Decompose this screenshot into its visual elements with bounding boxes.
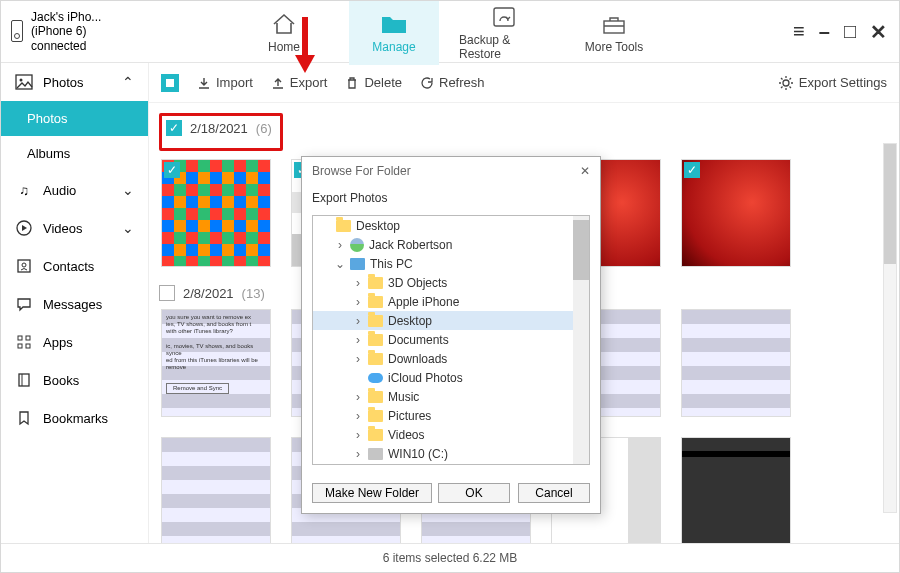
svg-rect-8: [26, 336, 30, 340]
sidebar-item-books[interactable]: Books: [1, 361, 148, 399]
export-settings-button[interactable]: Export Settings: [778, 75, 887, 91]
select-all-checkbox[interactable]: [161, 74, 179, 92]
sidebar-books-label: Books: [43, 373, 79, 388]
photo-thumbnail[interactable]: ✓: [161, 159, 271, 267]
books-icon: [15, 371, 33, 389]
svg-point-12: [783, 80, 789, 86]
import-button[interactable]: Import: [197, 75, 253, 90]
tree-node[interactable]: Desktop: [313, 216, 589, 235]
photo-thumbnail[interactable]: [161, 437, 271, 543]
minimize-button[interactable]: –: [819, 20, 830, 44]
sidebar-sub-photos-label: Photos: [27, 111, 67, 126]
photo-thumbnail[interactable]: [681, 309, 791, 417]
sidebar-item-contacts[interactable]: Contacts: [1, 247, 148, 285]
svg-point-3: [20, 79, 23, 82]
chevron-down-icon: ⌄: [122, 220, 134, 236]
folder-icon: [380, 12, 408, 36]
group-count: (13): [242, 286, 265, 301]
sidebar-item-messages[interactable]: Messages: [1, 285, 148, 323]
sidebar-sub-albums[interactable]: Albums: [1, 136, 148, 171]
photo-thumbnail[interactable]: [681, 437, 791, 543]
tree-node[interactable]: ›Apple iPhone: [313, 292, 589, 311]
sidebar-item-videos[interactable]: Videos ⌄: [1, 209, 148, 247]
backup-icon: [490, 5, 518, 29]
make-new-folder-button[interactable]: Make New Folder: [312, 483, 432, 503]
tree-node[interactable]: ⌄This PC: [313, 254, 589, 273]
tree-node[interactable]: ›Documents: [313, 330, 589, 349]
photo-thumbnail[interactable]: ✓: [681, 159, 791, 267]
tab-home[interactable]: Home: [239, 0, 329, 65]
tab-home-label: Home: [268, 40, 300, 54]
top-bar: Jack's iPho... (iPhone 6) connected Home…: [1, 1, 899, 63]
tree-node[interactable]: ›Videos: [313, 425, 589, 444]
svg-rect-11: [19, 374, 29, 386]
group-count: (6): [256, 121, 272, 136]
svg-rect-9: [18, 344, 22, 348]
tree-node[interactable]: ›Jack Robertson: [313, 235, 589, 254]
messages-icon: [15, 295, 33, 313]
chevron-up-icon: ⌃: [122, 74, 134, 90]
tree-node[interactable]: iCloud Photos: [313, 368, 589, 387]
thumb-checkbox[interactable]: ✓: [684, 162, 700, 178]
tab-tools[interactable]: More Tools: [569, 0, 659, 65]
group-checkbox[interactable]: [159, 285, 175, 301]
apps-icon: [15, 333, 33, 351]
status-text: 6 items selected 6.22 MB: [383, 551, 518, 565]
sidebar-item-audio[interactable]: ♫ Audio ⌄: [1, 171, 148, 209]
tree-node[interactable]: ›3D Objects: [313, 273, 589, 292]
vertical-scrollbar[interactable]: [883, 143, 897, 513]
tree-node[interactable]: ›Downloads: [313, 349, 589, 368]
tree-node[interactable]: ›Data (D:): [313, 463, 589, 465]
dialog-close-button[interactable]: ✕: [580, 164, 590, 178]
cancel-button[interactable]: Cancel: [518, 483, 590, 503]
tree-node[interactable]: ›WIN10 (C:): [313, 444, 589, 463]
delete-button[interactable]: Delete: [345, 75, 402, 90]
tree-scrollbar[interactable]: [573, 216, 589, 464]
sidebar-item-photos[interactable]: Photos ⌃: [1, 63, 148, 101]
bookmark-icon: [15, 409, 33, 427]
svg-rect-5: [18, 260, 30, 272]
sidebar-sub-photos[interactable]: Photos: [1, 101, 148, 136]
export-button[interactable]: Export: [271, 75, 328, 90]
delete-label: Delete: [364, 75, 402, 90]
main-tabs: Home Manage Backup & Restore More Tools: [149, 0, 793, 65]
menu-icon[interactable]: ≡: [793, 20, 805, 44]
refresh-label: Refresh: [439, 75, 485, 90]
sidebar-item-bookmarks[interactable]: Bookmarks: [1, 399, 148, 437]
home-icon: [270, 12, 298, 36]
play-icon: [15, 219, 33, 237]
window-controls: ≡ – □ ✕: [793, 20, 899, 44]
group-checkbox[interactable]: ✓: [166, 120, 182, 136]
refresh-button[interactable]: Refresh: [420, 75, 485, 90]
tab-backup[interactable]: Backup & Restore: [459, 0, 549, 65]
device-name: Jack's iPho... (iPhone 6): [31, 10, 139, 39]
ok-button[interactable]: OK: [438, 483, 510, 503]
tree-node[interactable]: ›Music: [313, 387, 589, 406]
tree-node[interactable]: ›Pictures: [313, 406, 589, 425]
tree-node[interactable]: ›Desktop: [313, 311, 589, 330]
sidebar-sub-albums-label: Albums: [27, 146, 70, 161]
export-settings-label: Export Settings: [799, 75, 887, 90]
sidebar-contacts-label: Contacts: [43, 259, 94, 274]
tab-backup-label: Backup & Restore: [459, 33, 549, 61]
toolbox-icon: [600, 12, 628, 36]
thumb-checkbox[interactable]: ✓: [164, 162, 180, 178]
sidebar-videos-label: Videos: [43, 221, 83, 236]
maximize-button[interactable]: □: [844, 20, 856, 44]
music-icon: ♫: [15, 181, 33, 199]
sidebar-audio-label: Audio: [43, 183, 76, 198]
dialog-subtitle: Export Photos: [302, 185, 600, 215]
photo-thumbnail[interactable]: you sure you want to remove exies, TV sh…: [161, 309, 271, 417]
tab-manage-label: Manage: [372, 40, 415, 54]
close-button[interactable]: ✕: [870, 20, 887, 44]
contacts-icon: [15, 257, 33, 275]
gear-icon: [778, 75, 794, 91]
svg-rect-1: [604, 21, 624, 33]
folder-tree[interactable]: Desktop›Jack Robertson⌄This PC›3D Object…: [312, 215, 590, 465]
content-toolbar: Import Export Delete Refresh Export Sett…: [149, 63, 899, 103]
annotation-highlight: ✓ 2/18/2021 (6): [159, 113, 283, 151]
tab-manage[interactable]: Manage: [349, 0, 439, 65]
chevron-down-icon: ⌄: [122, 182, 134, 198]
sidebar-apps-label: Apps: [43, 335, 73, 350]
sidebar-item-apps[interactable]: Apps: [1, 323, 148, 361]
